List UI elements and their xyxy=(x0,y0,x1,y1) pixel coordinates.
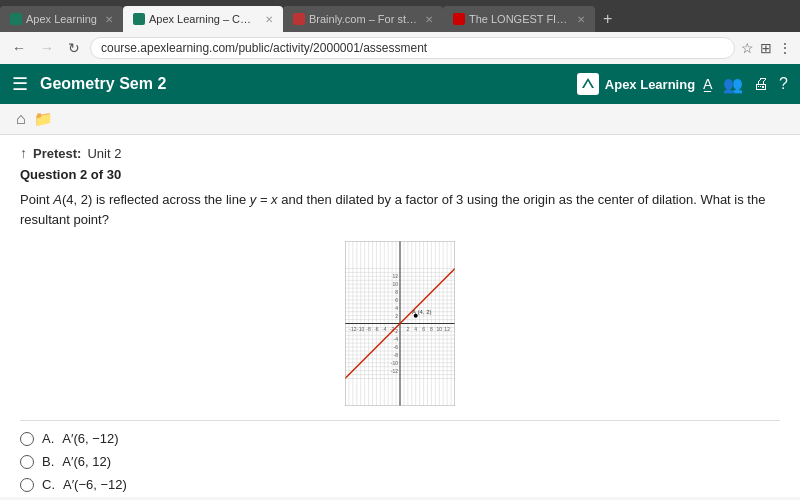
browser-icons: ☆ ⊞ ⋮ xyxy=(741,40,792,56)
apex-courses-favicon xyxy=(133,13,145,25)
apex-logo: Apex Learning xyxy=(577,73,695,95)
header-icons: A̲ 👥 🖨 ? xyxy=(703,75,788,94)
unit-label: Unit 2 xyxy=(87,146,121,161)
tab-close[interactable]: ✕ xyxy=(577,14,585,25)
extension-icon[interactable]: ⊞ xyxy=(760,40,772,56)
choice-a-text: A′(6, −12) xyxy=(62,431,118,446)
tab-close[interactable]: ✕ xyxy=(425,14,433,25)
choice-c-letter: C. xyxy=(42,477,55,492)
apex-logo-icon xyxy=(577,73,599,95)
radio-a[interactable] xyxy=(20,432,34,446)
pretest-label: Pretest: xyxy=(33,146,81,161)
reload-button[interactable]: ↻ xyxy=(64,38,84,58)
tab-apex-courses[interactable]: Apex Learning – Courses ✕ xyxy=(123,6,283,32)
tab-label: Brainly.com – For students. B… xyxy=(309,13,417,25)
people-icon[interactable]: 👥 xyxy=(723,75,743,94)
radio-c[interactable] xyxy=(20,478,34,492)
tab-close[interactable]: ✕ xyxy=(105,14,113,25)
youtube-favicon xyxy=(453,13,465,25)
up-arrow-icon: ↑ xyxy=(20,145,27,161)
tab-label: Apex Learning xyxy=(26,13,97,25)
divider xyxy=(20,420,780,421)
main-content: ↑ Pretest: Unit 2 Question 2 of 30 Point… xyxy=(0,135,800,497)
question-header: Question 2 of 30 xyxy=(20,167,780,182)
menu-icon[interactable]: ⋮ xyxy=(778,40,792,56)
tab-label: Apex Learning – Courses xyxy=(149,13,257,25)
choice-a-letter: A. xyxy=(42,431,54,446)
apex-label: Apex Learning xyxy=(605,77,695,92)
app-header: ☰ Geometry Sem 2 Apex Learning A̲ 👥 🖨 ? xyxy=(0,64,800,104)
choice-b-letter: B. xyxy=(42,454,54,469)
help-icon[interactable]: ? xyxy=(779,75,788,93)
translate-icon[interactable]: A̲ xyxy=(703,76,713,92)
pretest-header: ↑ Pretest: Unit 2 xyxy=(20,145,780,161)
coordinate-graph xyxy=(345,241,455,406)
address-input[interactable] xyxy=(90,37,735,59)
hamburger-menu[interactable]: ☰ xyxy=(12,73,28,95)
tab-youtube[interactable]: The LONGEST FISHING C… ✕ xyxy=(443,6,595,32)
tab-close[interactable]: ✕ xyxy=(265,14,273,25)
choice-b-text: A′(6, 12) xyxy=(62,454,111,469)
app-header-right: Apex Learning A̲ 👥 🖨 ? xyxy=(577,73,788,95)
back-button[interactable]: ← xyxy=(8,38,30,58)
print-icon[interactable]: 🖨 xyxy=(753,75,769,93)
choice-c[interactable]: C. A′(−6, −12) xyxy=(20,477,780,492)
forward-button[interactable]: → xyxy=(36,38,58,58)
app-title: Geometry Sem 2 xyxy=(40,75,166,93)
address-bar-row: ← → ↻ ☆ ⊞ ⋮ xyxy=(0,32,800,64)
brainly-favicon xyxy=(293,13,305,25)
tab-brainly[interactable]: Brainly.com – For students. B… ✕ xyxy=(283,6,443,32)
tab-bar: Apex Learning ✕ Apex Learning – Courses … xyxy=(0,0,800,32)
choice-b[interactable]: B. A′(6, 12) xyxy=(20,454,780,469)
apex-svg-icon xyxy=(580,76,596,92)
choice-a[interactable]: A. A′(6, −12) xyxy=(20,431,780,446)
choice-c-text: A′(−6, −12) xyxy=(63,477,127,492)
folder-icon[interactable]: 📁 xyxy=(34,110,53,128)
apex-favicon xyxy=(10,13,22,25)
tab-apex-learning[interactable]: Apex Learning ✕ xyxy=(0,6,123,32)
radio-b[interactable] xyxy=(20,455,34,469)
question-text: Point A(4, 2) is reflected across the li… xyxy=(20,190,780,229)
tab-label: The LONGEST FISHING C… xyxy=(469,13,569,25)
answer-choices: A. A′(6, −12) B. A′(6, 12) C. A′(−6, −12… xyxy=(20,431,780,497)
sub-header: ⌂ 📁 xyxy=(0,104,800,135)
home-icon[interactable]: ⌂ xyxy=(16,110,26,128)
bookmark-icon[interactable]: ☆ xyxy=(741,40,754,56)
app-header-left: ☰ Geometry Sem 2 xyxy=(12,73,166,95)
new-tab-button[interactable]: + xyxy=(595,10,620,28)
